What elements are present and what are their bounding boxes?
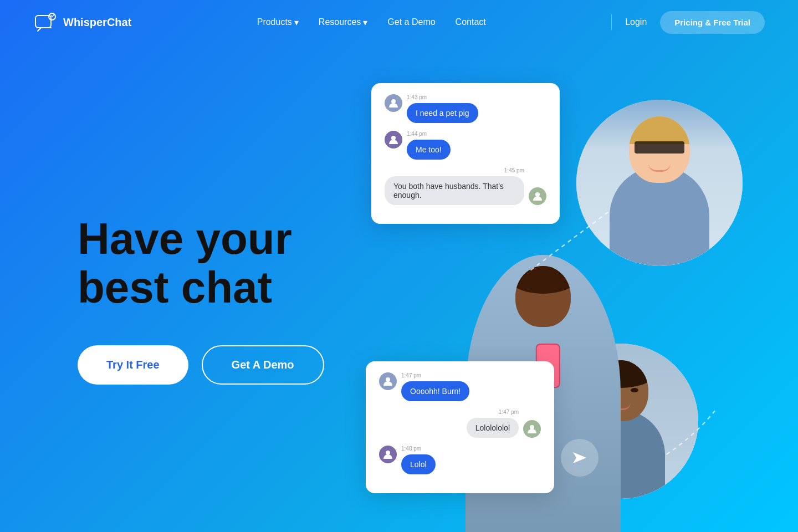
bubble-2: Me too! (407, 140, 451, 160)
hero-buttons: Try It Free Get A Demo (78, 345, 366, 385)
chat-row-2: 1:44 pm Me too! (385, 131, 546, 160)
hero-section: Have your best chat Try It Free Get A De… (0, 44, 798, 532)
chat-bottom-row-1: 1:47 pm Oooohh! Burn! (379, 372, 541, 401)
avatar-b2 (523, 420, 541, 438)
send-icon-circle (561, 439, 598, 477)
bubble-wrap-b2: 1:47 pm Lololololol (467, 409, 519, 438)
bubble-wrap-b3: 1:48 pm Lolol (401, 446, 436, 474)
chat-card-top: 1:43 pm I need a pet pig 1:44 pm Me too!… (371, 83, 560, 224)
logo[interactable]: WhisperChat (33, 10, 131, 34)
chat-bottom-row-3: 1:48 pm Lolol (379, 446, 541, 474)
avatar-1 (385, 94, 402, 112)
nav-products[interactable]: Products ▾ (257, 17, 299, 28)
pricing-free-trial-button[interactable]: Pricing & Free Trial (660, 11, 765, 34)
bubble-wrap-1: 1:43 pm I need a pet pig (407, 94, 478, 123)
avatar-3 (529, 187, 546, 205)
timestamp-b3: 1:48 pm (401, 446, 436, 452)
nav-resources[interactable]: Resources ▾ (319, 17, 367, 28)
hero-title: Have your best chat (78, 214, 366, 312)
chevron-down-icon: ▾ (294, 17, 299, 28)
chat-row-1: 1:43 pm I need a pet pig (385, 94, 546, 123)
timestamp-b1: 1:47 pm (401, 372, 469, 378)
bubble-b2: Lololololol (467, 418, 519, 438)
chat-card-bottom: 1:47 pm Oooohh! Burn! 1:47 pm Lololololo… (366, 361, 554, 493)
bubble-b3: Lolol (401, 454, 436, 474)
hero-right: 1:43 pm I need a pet pig 1:44 pm Me too!… (366, 66, 754, 532)
navbar: WhisperChat Products ▾ Resources ▾ Get a… (0, 0, 798, 44)
svg-point-6 (530, 425, 534, 429)
photo-circle-1 (576, 100, 743, 266)
bubble-wrap-3: 1:45 pm You both have husbands. That's e… (385, 167, 524, 205)
try-it-free-button[interactable]: Try It Free (78, 345, 188, 385)
nav-contact[interactable]: Contact (456, 17, 486, 27)
timestamp-b2: 1:47 pm (467, 409, 519, 415)
avatar-b3 (379, 446, 397, 463)
nav-right: Login Pricing & Free Trial (611, 11, 765, 34)
svg-point-3 (391, 136, 396, 140)
chat-bottom-row-2: 1:47 pm Lololololol (379, 409, 541, 438)
svg-point-4 (535, 192, 540, 197)
paper-plane-icon (571, 449, 589, 467)
timestamp-1: 1:43 pm (407, 94, 478, 100)
svg-point-7 (386, 451, 390, 455)
avatar-b1 (379, 372, 397, 390)
timestamp-3: 1:45 pm (385, 167, 524, 173)
nav-demo[interactable]: Get a Demo (387, 17, 435, 27)
nav-divider (611, 14, 612, 30)
bubble-1: I need a pet pig (407, 103, 478, 123)
get-a-demo-button[interactable]: Get A Demo (202, 345, 324, 385)
timestamp-2: 1:44 pm (407, 131, 451, 137)
bubble-b1: Oooohh! Burn! (401, 381, 469, 401)
hero-left: Have your best chat Try It Free Get A De… (78, 214, 366, 385)
bubble-3: You both have husbands. That's enough. (385, 176, 524, 205)
svg-point-2 (391, 99, 396, 104)
chevron-down-icon: ▾ (363, 17, 367, 28)
avatar-2 (385, 131, 402, 149)
login-button[interactable]: Login (625, 17, 647, 27)
svg-point-5 (386, 377, 390, 382)
chat-row-3: 1:45 pm You both have husbands. That's e… (385, 167, 546, 205)
nav-links: Products ▾ Resources ▾ Get a Demo Contac… (257, 17, 486, 28)
brand-name: WhisperChat (63, 16, 131, 29)
bubble-wrap-2: 1:44 pm Me too! (407, 131, 451, 160)
bubble-wrap-b1: 1:47 pm Oooohh! Burn! (401, 372, 469, 401)
